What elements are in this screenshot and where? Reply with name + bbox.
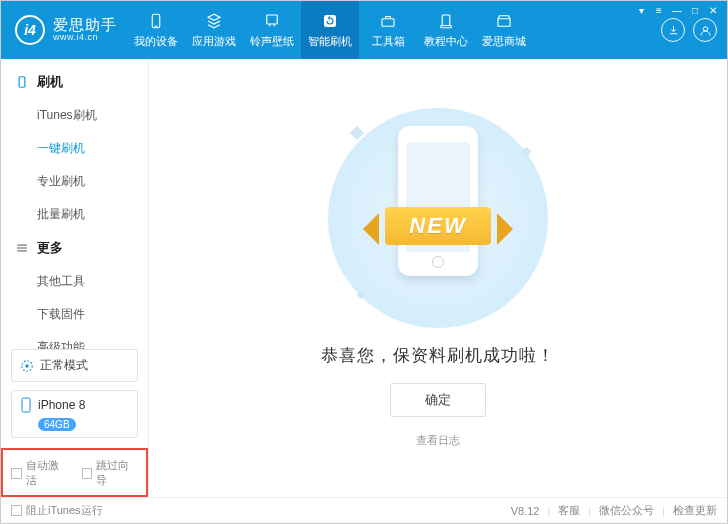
device-box[interactable]: iPhone 8 64GB <box>11 390 138 438</box>
win-menu-icon[interactable]: ▾ <box>633 4 649 16</box>
checkbox-skip-guide[interactable]: 跳过向导 <box>82 458 139 488</box>
storage-badge: 64GB <box>38 418 76 431</box>
svg-rect-14 <box>22 398 30 412</box>
download-button[interactable] <box>661 18 685 42</box>
statusbar: 阻止iTunes运行 V8.12 | 客服 | 微信公众号 | 检查更新 <box>1 497 727 523</box>
brand-url: www.i4.cn <box>53 33 117 43</box>
nav-label: 应用游戏 <box>192 34 236 49</box>
sidebar-header-more[interactable]: 更多 <box>1 231 148 265</box>
checkbox-auto-activate[interactable]: 自动激活 <box>11 458 68 488</box>
svg-point-7 <box>703 26 707 30</box>
phone-icon <box>146 11 166 31</box>
sidebar-item-oneclick-flash[interactable]: 一键刷机 <box>1 132 148 165</box>
nav: 我的设备 应用游戏 铃声壁纸 智能刷机 工具箱 教程中心 <box>127 1 661 59</box>
nav-store[interactable]: 爱思商城 <box>475 1 533 59</box>
phone-small-icon <box>20 397 32 413</box>
apps-icon <box>204 11 224 31</box>
nav-tutorial[interactable]: 教程中心 <box>417 1 475 59</box>
nav-label: 我的设备 <box>134 34 178 49</box>
sidebar: 刷机 iTunes刷机 一键刷机 专业刷机 批量刷机 更多 其他工具 下载固件 … <box>1 59 149 497</box>
nav-toolbox[interactable]: 工具箱 <box>359 1 417 59</box>
wechat-link[interactable]: 微信公众号 <box>599 503 654 518</box>
checkbox-label: 跳过向导 <box>96 458 138 488</box>
nav-ringtone[interactable]: 铃声壁纸 <box>243 1 301 59</box>
topbar: i4 爱思助手 www.i4.cn 我的设备 应用游戏 铃声壁纸 智能刷机 <box>1 1 727 59</box>
book-icon <box>436 11 456 31</box>
ribbon-text: NEW <box>385 207 490 245</box>
phone-illustration-icon <box>398 126 478 276</box>
update-link[interactable]: 检查更新 <box>673 503 717 518</box>
nav-label: 爱思商城 <box>482 34 526 49</box>
music-icon <box>262 11 282 31</box>
sidebar-item-advanced[interactable]: 高级功能 <box>1 331 148 349</box>
sidebar-options: 自动激活 跳过向导 <box>1 448 148 497</box>
sidebar-item-other-tools[interactable]: 其他工具 <box>1 265 148 298</box>
section-title: 刷机 <box>37 73 63 91</box>
toolbox-icon <box>378 11 398 31</box>
svg-rect-4 <box>382 19 394 27</box>
win-minimize-icon[interactable]: ― <box>669 4 685 16</box>
svg-rect-5 <box>442 15 450 26</box>
checkbox-icon <box>11 468 22 479</box>
mode-icon <box>20 359 34 373</box>
nav-apps[interactable]: 应用游戏 <box>185 1 243 59</box>
more-icon <box>15 241 29 255</box>
nav-label: 铃声壁纸 <box>250 34 294 49</box>
device-name: iPhone 8 <box>38 398 85 412</box>
sidebar-item-pro-flash[interactable]: 专业刷机 <box>1 165 148 198</box>
sidebar-item-itunes-flash[interactable]: iTunes刷机 <box>1 99 148 132</box>
checkbox-block-itunes[interactable]: 阻止iTunes运行 <box>11 503 103 518</box>
checkbox-icon <box>82 468 93 479</box>
version-label: V8.12 <box>511 505 540 517</box>
sidebar-item-batch-flash[interactable]: 批量刷机 <box>1 198 148 231</box>
win-lock-icon[interactable]: ≡ <box>651 4 667 16</box>
mode-label: 正常模式 <box>40 357 88 374</box>
sidebar-item-download-firmware[interactable]: 下载固件 <box>1 298 148 331</box>
checkbox-label: 自动激活 <box>26 458 68 488</box>
win-close-icon[interactable]: ✕ <box>705 4 721 16</box>
view-log-link[interactable]: 查看日志 <box>416 433 460 448</box>
new-ribbon-icon: NEW <box>338 203 538 249</box>
main-content: NEW 恭喜您，保资料刷机成功啦！ 确定 查看日志 <box>149 59 727 497</box>
mode-box[interactable]: 正常模式 <box>11 349 138 382</box>
ok-button[interactable]: 确定 <box>390 383 486 417</box>
nav-flash[interactable]: 智能刷机 <box>301 1 359 59</box>
brand-name: 爱思助手 <box>53 17 117 34</box>
nav-my-device[interactable]: 我的设备 <box>127 1 185 59</box>
user-button[interactable] <box>693 18 717 42</box>
nav-label: 智能刷机 <box>308 34 352 49</box>
logo[interactable]: i4 爱思助手 www.i4.cn <box>1 1 127 59</box>
device-icon <box>15 75 29 89</box>
sidebar-header-flash[interactable]: 刷机 <box>1 65 148 99</box>
svg-rect-6 <box>441 26 452 28</box>
win-maximize-icon[interactable]: □ <box>687 4 703 16</box>
support-link[interactable]: 客服 <box>558 503 580 518</box>
checkbox-icon <box>11 505 22 516</box>
success-illustration: NEW <box>328 108 548 328</box>
store-icon <box>494 11 514 31</box>
svg-rect-2 <box>267 15 278 24</box>
svg-point-13 <box>25 364 29 368</box>
refresh-icon <box>320 11 340 31</box>
section-title: 更多 <box>37 239 63 257</box>
success-message: 恭喜您，保资料刷机成功啦！ <box>321 344 555 367</box>
checkbox-label: 阻止iTunes运行 <box>26 503 103 518</box>
logo-icon: i4 <box>15 15 45 45</box>
nav-label: 教程中心 <box>424 34 468 49</box>
svg-rect-8 <box>19 77 25 88</box>
nav-label: 工具箱 <box>372 34 405 49</box>
